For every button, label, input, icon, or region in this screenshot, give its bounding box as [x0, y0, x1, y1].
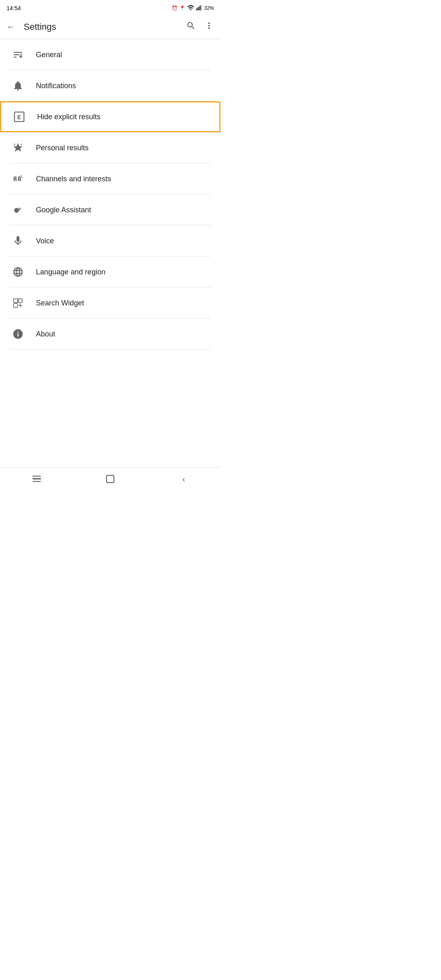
- svg-point-7: [20, 175, 22, 176]
- home-icon: [106, 475, 114, 483]
- settings-item-assistant[interactable]: Google Assistant: [0, 194, 220, 225]
- voice-icon: [10, 233, 26, 249]
- battery-status: 32%: [204, 5, 214, 11]
- svg-rect-2: [198, 6, 199, 10]
- wifi-icon: [187, 5, 194, 12]
- voice-label: Voice: [36, 237, 54, 245]
- back-chevron-icon: ‹: [183, 475, 185, 483]
- personal-results-icon: [10, 140, 26, 156]
- language-icon: [10, 264, 26, 280]
- svg-rect-10: [14, 299, 18, 303]
- svg-rect-3: [200, 5, 201, 10]
- settings-item-about[interactable]: About: [0, 318, 220, 350]
- about-icon: [10, 326, 26, 342]
- svg-rect-4: [201, 5, 202, 10]
- channels-icon: [10, 171, 26, 187]
- status-time: 14:54: [7, 5, 21, 11]
- settings-item-hide-explicit[interactable]: E Hide explicit results: [0, 101, 220, 132]
- general-icon: [10, 47, 26, 63]
- back-nav-button[interactable]: ‹: [172, 471, 196, 487]
- settings-item-language[interactable]: Language and region: [0, 256, 220, 287]
- settings-item-voice[interactable]: Voice: [0, 225, 220, 256]
- widget-icon: [10, 295, 26, 311]
- signal-icon: [196, 5, 203, 12]
- settings-list: General Notifications E Hide explicit re…: [0, 39, 220, 350]
- status-icons: ⏰ 📍 32%: [172, 5, 214, 12]
- recent-apps-button[interactable]: [24, 471, 49, 487]
- svg-rect-0: [196, 8, 197, 10]
- app-bar: ← Settings: [0, 15, 220, 39]
- notifications-label: Notifications: [36, 82, 76, 90]
- hide-explicit-label: Hide explicit results: [37, 113, 100, 121]
- assistant-label: Google Assistant: [36, 206, 91, 214]
- more-options-button[interactable]: [204, 21, 214, 33]
- settings-item-personal-results[interactable]: Personal results: [0, 132, 220, 163]
- settings-item-search-widget[interactable]: Search Widget: [0, 287, 220, 318]
- channels-label: Channels and interests: [36, 175, 111, 183]
- location-icon: 📍: [179, 5, 185, 11]
- svg-rect-12: [14, 303, 18, 307]
- explicit-icon: E: [11, 109, 27, 125]
- app-bar-actions: [186, 21, 214, 33]
- recent-icon: [33, 476, 41, 482]
- search-widget-label: Search Widget: [36, 299, 84, 307]
- back-button[interactable]: ←: [7, 22, 16, 31]
- personal-results-label: Personal results: [36, 144, 89, 152]
- settings-item-channels[interactable]: Channels and interests: [0, 163, 220, 194]
- svg-text:E: E: [17, 114, 21, 120]
- svg-rect-1: [197, 7, 198, 10]
- notifications-icon: [10, 78, 26, 94]
- svg-point-9: [18, 207, 21, 210]
- svg-rect-11: [18, 299, 22, 303]
- alarm-icon: ⏰: [172, 5, 178, 11]
- assistant-icon: [10, 202, 26, 218]
- home-button[interactable]: [98, 471, 122, 487]
- status-bar: 14:54 ⏰ 📍 32%: [0, 0, 220, 15]
- language-label: Language and region: [36, 268, 105, 276]
- about-label: About: [36, 330, 55, 339]
- settings-item-notifications[interactable]: Notifications: [0, 70, 220, 101]
- general-label: General: [36, 51, 62, 59]
- navigation-bar: ‹: [0, 467, 220, 490]
- settings-item-general[interactable]: General: [0, 39, 220, 70]
- page-title: Settings: [24, 22, 186, 32]
- search-button[interactable]: [186, 21, 196, 33]
